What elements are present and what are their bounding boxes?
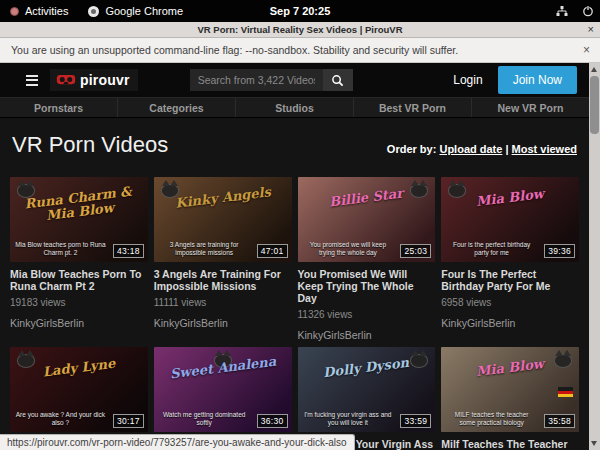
view-count: 11326 views [298, 309, 436, 320]
clock[interactable]: Sep 7 20:25 [270, 5, 331, 17]
nav-tab-best-vr-porn[interactable]: Best VR Porn [353, 98, 471, 117]
activities-label: Activities [25, 5, 68, 17]
thumb-caption: Watch me getting dominated softly [159, 411, 250, 427]
system-top-bar: Activities Google Chrome Sep 7 20:25 [0, 0, 600, 22]
duration-badge: 47:01 [257, 244, 288, 258]
window-title: VR Porn: Virtual Reality Sex Videos | Pi… [197, 24, 402, 35]
duration-badge: 25:03 [400, 244, 431, 258]
german-flag-icon [558, 387, 573, 397]
video-card[interactable]: Mia BlowFour is the perfect birthday par… [441, 177, 579, 341]
activities-dot-icon [10, 7, 19, 16]
nav-tab-pornstars[interactable]: Pornstars [0, 98, 117, 117]
thumb-overlay-title: Lady Lyne [23, 355, 134, 382]
nav-tab-categories[interactable]: Categories [117, 98, 235, 117]
nav-tab-studios[interactable]: Studios [235, 98, 353, 117]
page-scrollbar[interactable] [589, 63, 600, 450]
infobar-message: You are using an unsupported command-lin… [0, 44, 458, 56]
thumb-caption: You promised we will keep trying the who… [303, 241, 394, 257]
thumb-caption: Mia Blow teaches porn to Runa Charm pt. … [15, 241, 106, 257]
duration-badge: 36:30 [257, 414, 288, 428]
page-title: VR Porn Videos [12, 132, 168, 158]
view-count: 6958 views [441, 297, 579, 308]
studio-link[interactable]: KinkyGirlsBerlin [10, 317, 148, 329]
chrome-app-indicator[interactable]: Google Chrome [78, 0, 193, 22]
site-header: pirouvr Login Join Now [0, 63, 589, 97]
order-by: Order by: Upload date | Most viewed [387, 143, 577, 158]
thumb-overlay-title: Mia Blow [455, 184, 566, 211]
search-bar [190, 69, 353, 91]
video-thumbnail[interactable]: Billie StarYou promised we will keep try… [298, 177, 436, 262]
video-thumbnail[interactable]: Dolly DysonI'm fucking your virgin ass a… [298, 347, 436, 432]
thumb-caption: Are you awake ? And your dick also ? [15, 411, 106, 427]
video-title[interactable]: Four Is The Perfect Birthday Party For M… [441, 268, 579, 292]
browser-viewport: pirouvr Login Join Now Pornstars [0, 63, 600, 450]
nav-tab-new-vr-porn[interactable]: New VR Porn [471, 98, 589, 117]
thumb-overlay-title: Runa Charm & Mia Blow [23, 184, 136, 225]
search-button[interactable] [323, 69, 353, 91]
search-icon [331, 74, 344, 87]
thumb-caption: Four is the perfect birthday party for m… [446, 241, 537, 257]
power-icon[interactable] [582, 5, 594, 17]
order-link-upload-date[interactable]: Upload date [439, 143, 502, 155]
duration-badge: 30:17 [113, 414, 144, 428]
site-nav: Pornstars Categories Studios Best VR Por… [0, 97, 589, 118]
view-count: 19183 views [10, 297, 148, 308]
studio-link[interactable]: KinkyGirlsBerlin [154, 317, 292, 329]
video-grid: Runa Charm & Mia BlowMia Blow teaches po… [0, 177, 589, 450]
page-heading-row: VR Porn Videos Order by: Upload date | M… [0, 118, 589, 158]
duration-badge: 39:36 [544, 244, 575, 258]
video-thumbnail[interactable]: Mia BlowFour is the perfect birthday par… [441, 177, 579, 262]
window-close-icon[interactable]: × [588, 23, 594, 35]
video-card[interactable]: Runa Charm & Mia BlowMia Blow teaches po… [10, 177, 148, 341]
duration-badge: 35:58 [544, 414, 575, 428]
network-icon[interactable] [556, 5, 568, 17]
scrollbar-thumb[interactable] [590, 76, 599, 134]
site-logo[interactable]: pirouvr [50, 69, 138, 91]
vr-goggles-icon [56, 74, 76, 86]
order-separator: | [505, 143, 508, 155]
studio-link[interactable]: KinkyGirlsBerlin [298, 329, 436, 341]
duration-badge: 43:18 [113, 244, 144, 258]
thumb-caption: 3 Angels are training for impossible mis… [159, 241, 250, 257]
logo-text: pirouvr [80, 72, 130, 88]
video-title[interactable]: Milf Teaches The Teacher Some Practical … [441, 438, 579, 450]
order-link-most-viewed[interactable]: Most viewed [512, 143, 577, 155]
video-thumbnail[interactable]: Runa Charm & Mia BlowMia Blow teaches po… [10, 177, 148, 262]
infobar-close-icon[interactable]: × [583, 43, 590, 57]
chrome-app-label: Google Chrome [105, 5, 183, 17]
thumb-caption: MILF teaches the teacher some practical … [446, 411, 537, 427]
desktop-screen: Activities Google Chrome Sep 7 20:25 VR … [0, 0, 600, 450]
video-thumbnail[interactable]: Kinky Angels3 Angels are training for im… [154, 177, 292, 262]
window-title-bar[interactable]: VR Porn: Virtual Reality Sex Videos | Pi… [0, 22, 600, 38]
video-title[interactable]: 3 Angels Are Training For Impossible Mis… [154, 268, 292, 292]
chrome-infobar: You are using an unsupported command-lin… [0, 38, 600, 63]
status-url: https://pirouvr.com/vr-porn-video/779325… [7, 437, 347, 448]
chrome-icon [88, 6, 99, 17]
video-title[interactable]: You Promised We Will Keep Trying The Who… [298, 268, 436, 304]
thumb-overlay-title: Kinky Angels [167, 184, 278, 211]
duration-badge: 33:59 [400, 414, 431, 428]
hamburger-menu-icon[interactable] [26, 75, 38, 86]
thumb-overlay-title: Billie Star [311, 184, 422, 211]
view-count: 11111 views [154, 297, 292, 308]
scroll-up-arrow-icon[interactable] [591, 67, 597, 72]
scroll-down-arrow-icon[interactable] [591, 441, 597, 446]
join-now-button[interactable]: Join Now [498, 66, 577, 94]
activities-button[interactable]: Activities [0, 0, 78, 22]
status-bar: https://pirouvr.com/vr-porn-video/779325… [0, 434, 355, 450]
video-thumbnail[interactable]: Mia BlowMILF teaches the teacher some pr… [441, 347, 579, 432]
search-input[interactable] [190, 69, 323, 91]
login-link[interactable]: Login [453, 73, 482, 87]
video-card[interactable]: Billie StarYou promised we will keep try… [298, 177, 436, 341]
video-card[interactable]: Mia BlowMILF teaches the teacher some pr… [441, 347, 579, 450]
thumb-overlay-title: Dolly Dyson [311, 355, 422, 382]
video-thumbnail[interactable]: Sweet AnalenaWatch me getting dominated … [154, 347, 292, 432]
order-by-label: Order by: [387, 143, 437, 155]
video-thumbnail[interactable]: Lady LyneAre you awake ? And your dick a… [10, 347, 148, 432]
thumb-overlay-title: Mia Blow [455, 355, 566, 382]
studio-link[interactable]: KinkyGirlsBerlin [441, 317, 579, 329]
video-title[interactable]: Mia Blow Teaches Porn To Runa Charm Pt 2 [10, 268, 148, 292]
video-card[interactable]: Kinky Angels3 Angels are training for im… [154, 177, 292, 341]
thumb-caption: I'm fucking your virgin ass and you will… [303, 411, 394, 427]
